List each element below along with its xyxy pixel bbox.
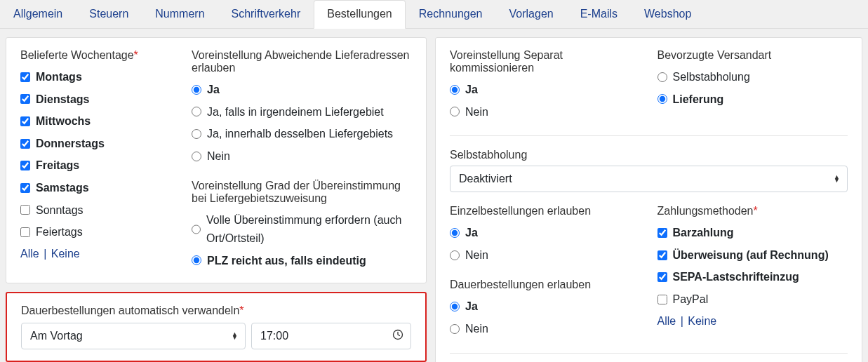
radio-label: Nein — [465, 246, 488, 264]
autoconvert-when-select[interactable]: Am Vortag ▲▼ — [21, 323, 246, 349]
radio-label: Ja — [465, 297, 478, 316]
payment-select-all[interactable]: Alle — [657, 315, 676, 327]
radio-da-jainner[interactable] — [192, 129, 201, 139]
checkbox-label: Sonntags — [36, 201, 84, 220]
select-caret-icon: ▲▼ — [834, 175, 840, 182]
checkbox-label: Mittwochs — [36, 112, 91, 130]
checkbox-donnerstags[interactable] — [20, 139, 30, 149]
select-caret-icon: ▲▼ — [232, 333, 238, 340]
checkbox-sepa[interactable] — [657, 272, 667, 282]
checkbox-montags[interactable] — [20, 72, 30, 82]
checkbox-ueberweisung[interactable] — [657, 250, 667, 260]
checkbox-label: Donnerstags — [36, 135, 105, 153]
delivery-addr-label: Voreinstellung Abweichende Lieferadresse… — [192, 49, 412, 74]
link-separator: | — [679, 315, 685, 327]
einzel-label: Einzelbestellungen erlauben — [450, 205, 641, 217]
radio-label: Ja — [465, 224, 478, 242]
radio-md-full[interactable] — [192, 224, 201, 234]
selbstabholung-label: Selbstabholung — [450, 149, 848, 161]
radio-md-plz[interactable] — [192, 255, 201, 265]
radio-label: Nein — [207, 147, 230, 166]
radio-da-ja[interactable] — [192, 85, 201, 95]
versandart-label: Bevorzugte Versandart — [657, 49, 848, 62]
tab-allgemein[interactable]: Allgemein — [0, 0, 76, 28]
radio-label: Nein — [465, 320, 488, 338]
match-degree-label: Voreinstellung Grad der Übereinstimmung … — [192, 180, 412, 205]
radio-da-jafalls[interactable] — [192, 107, 201, 116]
checkbox-sonntags[interactable] — [20, 205, 30, 215]
checkbox-paypal[interactable] — [657, 295, 667, 304]
radio-label: Ja, falls in irgendeinem Liefergebiet — [207, 103, 384, 121]
radio-label: Ja — [465, 81, 478, 99]
tabs-bar: Allgemein Steuern Nummern Schriftverkehr… — [0, 0, 868, 29]
checkbox-feiertags[interactable] — [20, 227, 30, 237]
radio-sk-nein[interactable] — [450, 107, 460, 116]
radio-ez-nein[interactable] — [450, 250, 460, 260]
radio-db-ja[interactable] — [450, 302, 460, 311]
svg-point-0 — [394, 330, 403, 340]
radio-sk-ja[interactable] — [450, 85, 460, 95]
radio-label: Ja, innerhalb desselben Liefergebiets — [207, 125, 393, 143]
checkbox-label: Montags — [36, 68, 82, 86]
link-separator: | — [42, 248, 48, 260]
radio-label: Selbstabholung — [673, 68, 750, 86]
radio-label: Nein — [465, 103, 488, 121]
autoconvert-label: Dauerbestellungen automatisch verwandeln… — [21, 304, 411, 317]
card-right-settings: Voreinstellung Separat kommissionieren J… — [435, 37, 862, 362]
radio-db-nein[interactable] — [450, 324, 460, 334]
weekdays-select-all[interactable]: Alle — [20, 248, 39, 260]
select-value: Deaktiviert — [459, 173, 512, 185]
tab-schriftverkehr[interactable]: Schriftverkehr — [218, 0, 314, 28]
checkbox-label: Feiertags — [36, 223, 83, 241]
clock-icon — [392, 329, 403, 343]
radio-da-nein[interactable] — [192, 152, 201, 161]
selbstabholung-select[interactable]: Deaktiviert ▲▼ — [450, 166, 848, 192]
card-autoconvert: Dauerbestellungen automatisch verwandeln… — [6, 292, 427, 362]
checkbox-label: SEPA-Lastschrifteinzug — [673, 268, 799, 286]
checkbox-label: Freitags — [36, 156, 79, 175]
radio-label: Lieferung — [673, 90, 724, 109]
payment-select-none[interactable]: Keine — [688, 315, 716, 327]
checkbox-label: Barzahlung — [673, 224, 734, 242]
sepkom-label: Voreinstellung Separat kommissionieren — [450, 49, 641, 74]
required-star: * — [753, 205, 757, 217]
radio-label: Volle Übereinstimmung erfordern (auch Or… — [206, 211, 412, 247]
radio-label: Ja — [207, 81, 220, 99]
divider — [450, 135, 848, 136]
radio-va-lieferung[interactable] — [657, 94, 667, 104]
required-star: * — [134, 49, 138, 61]
weekdays-select-none[interactable]: Keine — [51, 248, 80, 260]
tab-steuern[interactable]: Steuern — [76, 0, 142, 28]
required-star: * — [239, 304, 243, 316]
tab-rechnungen[interactable]: Rechnungen — [406, 0, 496, 28]
checkbox-dienstags[interactable] — [20, 94, 30, 104]
autoconvert-time-input[interactable]: 17:00 — [251, 323, 411, 349]
tab-webshop[interactable]: Webshop — [631, 0, 705, 28]
tab-vorlagen[interactable]: Vorlagen — [496, 0, 567, 28]
tab-emails[interactable]: E-Mails — [567, 0, 631, 28]
card-weekdays-delivery: Belieferte Wochentage* Montags Dienstags… — [6, 37, 427, 283]
checkbox-label: PayPal — [673, 290, 709, 309]
checkbox-label: Dienstags — [36, 90, 89, 109]
radio-va-selbst[interactable] — [657, 72, 667, 82]
checkbox-mittwochs[interactable] — [20, 116, 30, 126]
time-value: 17:00 — [260, 330, 288, 342]
radio-label: PLZ reicht aus, falls eindeutig — [207, 252, 366, 270]
radio-ez-ja[interactable] — [450, 228, 460, 238]
checkbox-freitags[interactable] — [20, 161, 30, 170]
checkbox-label: Samstags — [36, 179, 89, 197]
tab-bestellungen[interactable]: Bestellungen — [314, 0, 406, 29]
select-value: Am Vortag — [30, 330, 83, 342]
checkbox-samstags[interactable] — [20, 183, 30, 193]
checkbox-label: Überweisung (auf Rechnung) — [673, 246, 829, 264]
divider — [450, 353, 848, 354]
payment-label: Zahlungsmethoden* — [657, 205, 848, 217]
tab-nummern[interactable]: Nummern — [142, 0, 218, 28]
checkbox-barzahlung[interactable] — [657, 228, 667, 238]
dauer-label: Dauerbestellungen erlauben — [450, 279, 641, 291]
weekdays-label: Belieferte Wochentage* — [20, 49, 175, 62]
